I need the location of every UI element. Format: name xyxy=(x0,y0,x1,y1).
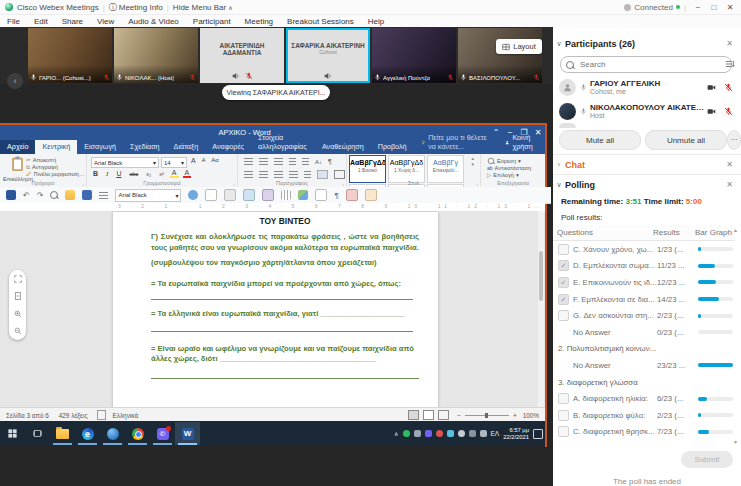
copy-button[interactable]: ⧉Αντιγραφή xyxy=(26,164,86,171)
participant-row[interactable]: ΝΙΚΟΛΑΚΟΠΟΥΛΟΥ ΑΙΚΑΤΕΡ... Host xyxy=(553,99,741,123)
styles-scroll-up[interactable]: ▲ xyxy=(471,156,475,161)
insert-table-icon[interactable] xyxy=(281,190,291,200)
page-indicator[interactable]: Σελίδα 3 από 6 xyxy=(6,412,49,419)
close-button[interactable]: ✕ xyxy=(722,3,738,12)
menu-help[interactable]: Help xyxy=(361,17,391,26)
menu-view[interactable]: View xyxy=(90,17,121,26)
hide-menu-bar-button[interactable]: Hide Menu Bar ∧ xyxy=(173,3,233,12)
poll-option-checkbox[interactable] xyxy=(558,310,569,321)
cut-button[interactable]: ✂Αποκοπή xyxy=(26,157,86,164)
video-tile-1[interactable]: ΓΑΡΙΟ... (Cohost...) xyxy=(28,28,112,83)
menu-audio-video[interactable]: Audio & Video xyxy=(121,17,186,26)
shading-button[interactable] xyxy=(317,170,328,179)
language-switch[interactable]: ΕΛ xyxy=(491,430,500,437)
share-button[interactable]: Κοινή χρήση xyxy=(498,131,545,154)
start-button[interactable] xyxy=(0,422,25,445)
submit-button[interactable]: Submit xyxy=(681,451,733,468)
paragraph-dialog-launcher[interactable]: ⌟ xyxy=(342,180,344,186)
redo-icon[interactable]: ↷ xyxy=(37,191,44,200)
save-icon[interactable] xyxy=(6,190,16,200)
edge-icon[interactable]: e xyxy=(75,422,100,445)
increase-indent-button[interactable] xyxy=(302,158,309,165)
paragraph-marks-icon[interactable]: ¶ xyxy=(334,191,338,200)
bullets-button[interactable] xyxy=(244,158,253,165)
tray-antivirus-icon[interactable] xyxy=(436,430,443,437)
video-tile-6[interactable]: ΒΑΣΙΛΟΠΟΥΛΟΥ... xyxy=(458,28,542,83)
participant-search[interactable] xyxy=(560,56,732,73)
decrease-indent-button[interactable] xyxy=(289,158,296,165)
menu-participant[interactable]: Participant xyxy=(186,17,238,26)
poll-option-checkbox[interactable] xyxy=(558,244,569,255)
shrink-font-button[interactable]: A xyxy=(200,157,208,168)
font-name-dropdown[interactable]: Arial Black▾ xyxy=(91,157,159,168)
strikethrough-button[interactable]: abc xyxy=(127,171,140,177)
print-layout-button[interactable] xyxy=(423,410,434,420)
style-no-spacing[interactable]: ΑαΒβΓγΔδ 1 Χωρίς δ... xyxy=(388,155,425,183)
viber-icon[interactable]: ✆ xyxy=(150,422,175,445)
tray-bluetooth-icon[interactable] xyxy=(447,430,454,437)
change-case-button[interactable]: Αα xyxy=(209,157,220,168)
chat-close-button[interactable]: ✕ xyxy=(726,160,733,169)
show-marks-button[interactable]: ¶ xyxy=(328,158,332,165)
read-mode-button[interactable] xyxy=(408,410,419,420)
copy-icon[interactable] xyxy=(243,189,255,201)
tray-volume-icon[interactable] xyxy=(480,430,487,437)
open-folder-icon[interactable] xyxy=(65,190,75,200)
highlighter-icon[interactable] xyxy=(346,189,358,201)
tell-me-box[interactable]: Πείτε μου τι θέλετε να κάνετε... xyxy=(414,131,498,154)
subscript-button[interactable]: x₂ xyxy=(144,171,153,177)
minimize-button[interactable]: − xyxy=(690,3,706,12)
tray-location-icon[interactable] xyxy=(458,430,465,437)
numbering-button[interactable] xyxy=(259,158,268,165)
replace-button[interactable]: abΑντικατάσταση xyxy=(487,165,531,172)
polling-close-button[interactable]: ✕ xyxy=(726,180,733,189)
taskbar-clock[interactable]: 6:57 μμ 22/2/2021 xyxy=(503,427,529,441)
clipboard-dialog-launcher[interactable]: ⌟ xyxy=(82,180,84,186)
align-center-button[interactable] xyxy=(259,171,268,178)
mute-all-button[interactable]: Mute all xyxy=(559,130,641,150)
poll-option-checkbox[interactable] xyxy=(558,410,569,421)
tray-onedrive-icon[interactable] xyxy=(414,430,421,437)
borders-button[interactable] xyxy=(334,170,345,179)
tab-review[interactable]: Αναθεώρηση xyxy=(315,140,371,154)
multilevel-list-button[interactable] xyxy=(274,158,283,165)
justify-button[interactable] xyxy=(289,171,298,178)
insert-chart-icon[interactable] xyxy=(315,189,327,201)
chrome-icon[interactable] xyxy=(125,422,150,445)
poll-scroll-up[interactable]: ▲ xyxy=(733,227,738,233)
menu-file[interactable]: File xyxy=(0,17,27,26)
tray-webex-icon[interactable] xyxy=(403,430,410,437)
poll-option-checkbox[interactable] xyxy=(558,393,569,404)
poll-option-checkbox[interactable] xyxy=(558,426,569,437)
print-preview-icon[interactable] xyxy=(50,191,58,199)
tab-mailings[interactable]: Στοιχεία αλληλογραφίας xyxy=(251,131,315,154)
tray-network-icon[interactable] xyxy=(469,430,476,437)
participants-panel-header[interactable]: ∨ Participants (26) ✕ xyxy=(553,34,741,53)
zoom-out-button[interactable]: − xyxy=(457,412,461,419)
align-left-button[interactable] xyxy=(244,171,253,178)
poll-scroll-down[interactable]: ▼ xyxy=(733,439,738,445)
new-document-icon[interactable] xyxy=(205,189,217,201)
list-styles-icon[interactable] xyxy=(99,192,108,199)
grow-font-button[interactable]: A xyxy=(189,157,198,168)
poll-option-checkbox[interactable]: ✓ xyxy=(558,294,569,305)
document-page[interactable]: ΤΟΥ ΒΙΝΤΕΟ Γ) Συνέχισε και ολοκλήρωσε τι… xyxy=(113,212,438,407)
polling-panel-header[interactable]: ∨ Polling ✕ xyxy=(553,174,741,194)
format-painter-button[interactable]: 🖉Πινέλο μορφοποίησης xyxy=(26,171,86,178)
participant-row[interactable]: ΓΑΡΙΟΥ ΑΓΓΕΛΙΚΗ Cohost, me xyxy=(553,75,741,99)
menu-breakout-sessions[interactable]: Breakout Sessions xyxy=(280,17,361,26)
underline-button[interactable]: U xyxy=(114,170,123,177)
highlight-color-button[interactable]: A xyxy=(170,169,179,178)
font-color-button[interactable]: A xyxy=(183,169,192,178)
chat-panel-header[interactable]: › Chat ✕ xyxy=(553,154,741,174)
menu-edit[interactable]: Edit xyxy=(27,17,55,26)
maximize-button[interactable]: □ xyxy=(706,3,722,12)
find-button[interactable]: Εύρεση▾ xyxy=(487,157,531,165)
task-view-button[interactable] xyxy=(25,422,50,445)
more-options-button[interactable]: ⋯ xyxy=(727,130,741,150)
styles-scroll-down[interactable]: ▼ xyxy=(471,162,475,167)
zoom-in-button[interactable]: + xyxy=(513,412,517,419)
tab-file[interactable]: Αρχείο xyxy=(0,140,35,154)
word-taskbar-icon[interactable]: W xyxy=(175,422,200,445)
unmute-all-button[interactable]: Unmute all xyxy=(645,130,727,150)
